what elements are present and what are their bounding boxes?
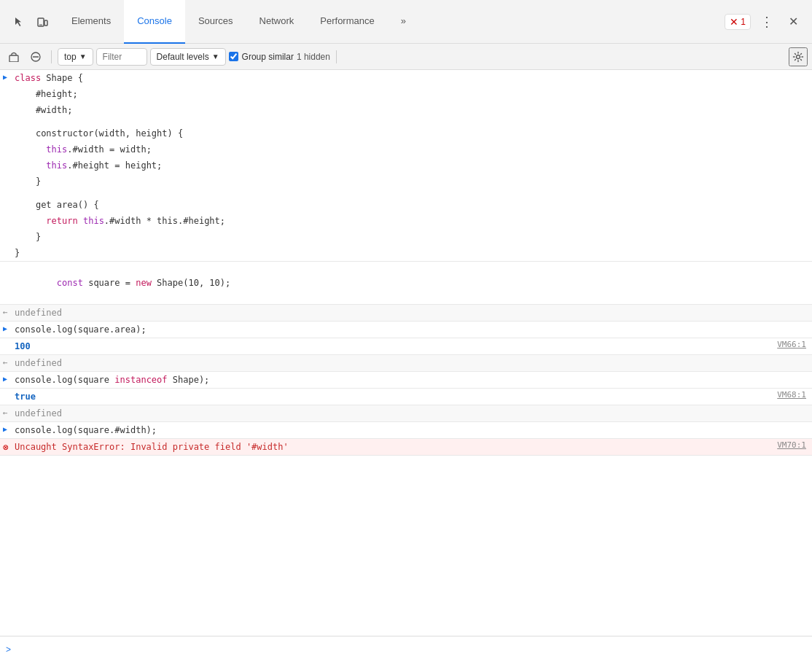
toolbar: top ▼ Default levels ▼ Group similar 1 h…: [0, 44, 812, 70]
console-entry-100: 100 VM66:1: [0, 338, 812, 355]
code-indent-1: [3, 87, 15, 89]
undef-content-3: undefined: [15, 407, 806, 420]
code-line-3: #width;: [0, 102, 812, 118]
svg-rect-1: [44, 20, 47, 26]
console-output: ▶ class Shape { #height; #width; constru…: [0, 70, 812, 636]
code-indent-6: [3, 175, 15, 176]
close-btn[interactable]: ✕: [783, 12, 803, 32]
code-content-4: constructor(width, height) {: [15, 127, 806, 140]
console-input-field[interactable]: [17, 645, 806, 655]
tab-console[interactable]: Console: [124, 0, 185, 44]
group-similar-checkbox-label[interactable]: Group similar: [229, 52, 294, 62]
return-arrow-2: ←: [3, 357, 15, 367]
code-line-9: return this.#width * this.#height;: [0, 213, 812, 229]
code-indent-2: [3, 104, 15, 105]
log2-line: ▶ console.log(square instanceof Shape);: [0, 372, 812, 388]
toolbar-divider-1: [51, 50, 52, 63]
tab-elements[interactable]: Elements: [58, 0, 124, 44]
val-100-line: 100 VM66:1: [0, 338, 812, 354]
code-blank-2: [0, 190, 812, 197]
group-similar-checkbox[interactable]: [229, 52, 238, 61]
log3-arrow: ▶: [3, 424, 15, 433]
error-circle-icon: ⊗: [3, 440, 15, 453]
error-line: ⊗ Uncaught SyntaxError: Invalid private …: [0, 439, 812, 455]
code-content-10: }: [15, 230, 806, 244]
code-line-10: }: [0, 229, 812, 245]
val-100-content: 100: [15, 340, 765, 353]
code-line-7: }: [0, 174, 812, 190]
code-content-6: this.#height = height;: [15, 159, 806, 172]
code-line-1: ▶ class Shape {: [0, 70, 812, 86]
clear-console-btn[interactable]: [26, 47, 45, 66]
cursor-icon[interactable]: [9, 12, 29, 32]
return-arrow-3: ←: [3, 407, 15, 418]
console-entry-true: true VM68:1: [0, 389, 812, 405]
return-arrow-1: ←: [3, 306, 15, 317]
tab-bar: Elements Console Sources Network Perform…: [0, 0, 812, 44]
val-true-line: true VM68:1: [0, 389, 812, 405]
code-indent-7: [3, 198, 15, 200]
console-entry-log3: ▶ console.log(square.#width);: [0, 422, 812, 439]
code-content-7: }: [15, 175, 806, 188]
tab-bar-left-icons: [3, 12, 58, 32]
code-indent-10: [3, 246, 15, 248]
create-live-expression-btn[interactable]: [4, 47, 23, 66]
const-indent: [3, 263, 15, 265]
more-options-btn[interactable]: ⋮: [757, 12, 777, 32]
val-true-content: true: [15, 390, 765, 403]
code-indent-8: [3, 214, 15, 216]
code-content-11: }: [15, 246, 806, 260]
tab-more[interactable]: »: [388, 0, 419, 44]
error-content: Uncaught SyntaxError: Invalid private fi…: [15, 440, 765, 453]
context-arrow-icon: ▼: [79, 52, 87, 61]
console-entry-undef-2: ← undefined: [0, 355, 812, 372]
tab-network[interactable]: Network: [246, 0, 308, 44]
levels-arrow-icon: ▼: [212, 52, 219, 61]
error-badge[interactable]: ✕ 1: [725, 14, 751, 30]
settings-btn[interactable]: [789, 47, 808, 66]
const-content: const square = new Shape(10, 10);: [15, 263, 806, 303]
code-indent-4: [3, 143, 15, 144]
console-entry-error: ⊗ Uncaught SyntaxError: Invalid private …: [0, 439, 812, 456]
input-arrow-icon: ▶: [3, 71, 15, 81]
console-entry-log1: ▶ console.log(square.area);: [0, 322, 812, 338]
code-content-9: return this.#width * this.#height;: [15, 214, 806, 227]
tab-sources[interactable]: Sources: [185, 0, 246, 44]
context-selector[interactable]: top ▼: [58, 48, 93, 66]
log3-content: console.log(square.#width);: [15, 424, 806, 437]
code-line-6: this.#height = height;: [0, 157, 812, 174]
log2-arrow: ▶: [3, 373, 15, 383]
const-line: const square = new Shape(10, 10);: [0, 262, 812, 304]
undef-content-2: undefined: [15, 357, 806, 370]
level-selector[interactable]: Default levels ▼: [150, 48, 226, 66]
device-icon[interactable]: [32, 12, 52, 32]
code-content-2: #height;: [15, 87, 806, 101]
code-content-1: class Shape {: [15, 71, 806, 85]
context-label: top: [64, 52, 77, 62]
code-line-2: #height;: [0, 86, 812, 102]
filter-input[interactable]: [96, 48, 147, 66]
hidden-count: 1 hidden: [297, 52, 330, 62]
svg-point-6: [797, 55, 800, 58]
code-line-8: get area() {: [0, 197, 812, 213]
vm68-link[interactable]: VM68:1: [765, 390, 806, 400]
vm70-link[interactable]: VM70:1: [765, 440, 806, 450]
code-content-8: get area() {: [15, 198, 806, 211]
log3-line: ▶ console.log(square.#width);: [0, 422, 812, 438]
undef-line-3: ← undefined: [0, 405, 812, 421]
code-line-5: this.#width = width;: [0, 141, 812, 157]
console-entry-undef-3: ← undefined: [0, 405, 812, 422]
undef-content-1: undefined: [15, 306, 806, 319]
code-line-4: constructor(width, height) {: [0, 125, 812, 141]
toolbar-divider-2: [336, 50, 337, 63]
svg-rect-3: [9, 55, 18, 62]
log1-line: ▶ console.log(square.area);: [0, 322, 812, 338]
error-count: 1: [741, 17, 746, 27]
log2-content: console.log(square instanceof Shape);: [15, 373, 806, 386]
code-indent-3: [3, 127, 15, 128]
tab-performance[interactable]: Performance: [307, 0, 387, 44]
vm66-link[interactable]: VM66:1: [765, 340, 806, 349]
input-prompt-icon: >: [6, 645, 11, 655]
levels-label: Default levels: [157, 52, 209, 62]
console-entry-class: ▶ class Shape { #height; #width; constru…: [0, 70, 812, 262]
